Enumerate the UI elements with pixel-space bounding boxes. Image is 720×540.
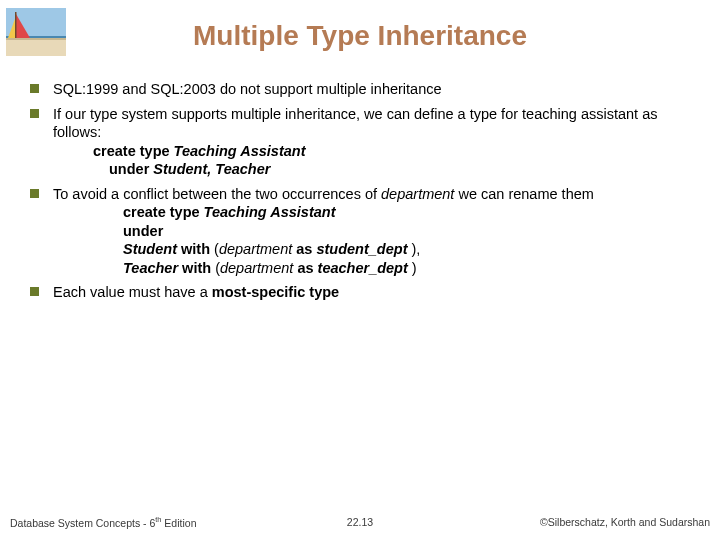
slide-content: SQL:1999 and SQL:2003 do not support mul… bbox=[30, 80, 700, 308]
kw: as bbox=[296, 241, 312, 257]
kw: with bbox=[182, 260, 211, 276]
code-line: under bbox=[123, 222, 700, 241]
term: department bbox=[219, 241, 292, 257]
bullet-icon bbox=[30, 109, 39, 118]
code-line: under Student, Teacher bbox=[93, 160, 700, 179]
kw: with bbox=[181, 241, 210, 257]
type-name: Student, Teacher bbox=[153, 161, 270, 177]
code-line: Student with (department as student_dept… bbox=[123, 240, 700, 259]
kw: create type bbox=[93, 143, 170, 159]
bullet-2: If our type system supports multiple inh… bbox=[30, 105, 700, 179]
slide: Multiple Type Inheritance SQL:1999 and S… bbox=[0, 0, 720, 540]
code-line: create type Teaching Assistant bbox=[93, 142, 700, 161]
term: department bbox=[381, 186, 454, 202]
code-line: Teacher with (department as teacher_dept… bbox=[123, 259, 700, 278]
term: student_dept bbox=[316, 241, 407, 257]
type-name: Teaching Assistant bbox=[174, 143, 306, 159]
bullet-text: SQL:1999 and SQL:2003 do not support mul… bbox=[53, 80, 700, 99]
code-line: create type Teaching Assistant bbox=[123, 203, 700, 222]
text: To avoid a conflict between the two occu… bbox=[53, 186, 381, 202]
bullet-text: Each value must have a most-specific typ… bbox=[53, 283, 700, 302]
kw: create type bbox=[123, 204, 200, 220]
term: teacher_dept bbox=[318, 260, 408, 276]
bullet-4: Each value must have a most-specific typ… bbox=[30, 283, 700, 302]
bullet-icon bbox=[30, 84, 39, 93]
type-name: Student bbox=[123, 241, 177, 257]
kw: under bbox=[109, 161, 149, 177]
text: If our type system supports multiple inh… bbox=[53, 106, 657, 141]
type-name: Teaching Assistant bbox=[204, 204, 336, 220]
bullet-text: To avoid a conflict between the two occu… bbox=[53, 185, 700, 278]
term: most-specific type bbox=[212, 284, 339, 300]
text: we can rename them bbox=[454, 186, 593, 202]
kw: as bbox=[297, 260, 313, 276]
term: department bbox=[220, 260, 293, 276]
bullet-icon bbox=[30, 287, 39, 296]
text: Each value must have a bbox=[53, 284, 212, 300]
bullet-1: SQL:1999 and SQL:2003 do not support mul… bbox=[30, 80, 700, 99]
kw: under bbox=[123, 223, 163, 239]
bullet-text: If our type system supports multiple inh… bbox=[53, 105, 700, 179]
footer-right: ©Silberschatz, Korth and Sudarshan bbox=[540, 516, 710, 528]
bullet-3: To avoid a conflict between the two occu… bbox=[30, 185, 700, 278]
slide-title: Multiple Type Inheritance bbox=[0, 20, 720, 52]
type-name: Teacher bbox=[123, 260, 178, 276]
bullet-icon bbox=[30, 189, 39, 198]
